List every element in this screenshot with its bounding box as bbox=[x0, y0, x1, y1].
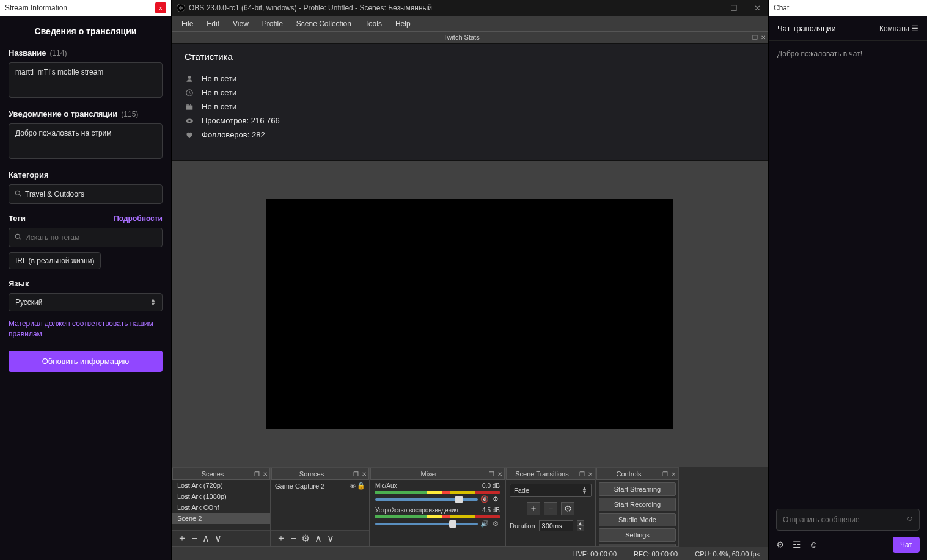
scene-down-button[interactable]: ∨ bbox=[214, 533, 222, 544]
svg-line-1 bbox=[20, 194, 21, 196]
source-item[interactable]: Game Capture 2 👁 🔒 bbox=[271, 480, 369, 492]
stream-info-title: Stream Information bbox=[5, 4, 67, 12]
volume-slider[interactable] bbox=[375, 523, 478, 525]
chat-settings-icon[interactable]: ⚙ bbox=[776, 539, 784, 550]
svg-point-0 bbox=[15, 191, 20, 195]
add-source-button[interactable]: ＋ bbox=[276, 532, 286, 545]
dock-close-button[interactable]: ✕ bbox=[261, 471, 269, 478]
emoji-picker-icon[interactable]: ☺ bbox=[906, 514, 914, 523]
dock-close-button[interactable]: ✕ bbox=[669, 471, 678, 478]
studio-mode-button[interactable]: Studio Mode bbox=[599, 513, 676, 526]
dur-up-button[interactable]: ▲ bbox=[577, 520, 584, 526]
clock-icon bbox=[185, 89, 194, 97]
volume-slider[interactable] bbox=[375, 498, 478, 501]
start-streaming-button[interactable]: Start Streaming bbox=[599, 482, 676, 496]
rules-note[interactable]: Материал должен соответствовать нашим пр… bbox=[9, 319, 163, 340]
status-bar: LIVE: 00:00:00 REC: 00:00:00 CPU: 0.4%, … bbox=[172, 547, 768, 560]
chat-input[interactable] bbox=[776, 509, 920, 531]
remove-transition-button[interactable]: − bbox=[544, 502, 557, 515]
dock-close-button[interactable]: ✕ bbox=[496, 471, 504, 478]
source-up-button[interactable]: ∧ bbox=[315, 533, 322, 544]
twitch-stats-dock-title: Twitch Stats ❐ ✕ bbox=[172, 31, 768, 43]
menu-view[interactable]: View bbox=[227, 18, 255, 29]
maximize-button[interactable]: ☐ bbox=[728, 4, 740, 13]
meter bbox=[375, 515, 500, 518]
dock-close-button[interactable]: ✕ bbox=[586, 471, 595, 478]
start-recording-button[interactable]: Start Recording bbox=[599, 498, 676, 511]
dock-popout-button[interactable]: ❐ bbox=[661, 471, 669, 478]
menu-file[interactable]: File bbox=[175, 18, 199, 29]
category-search[interactable] bbox=[9, 184, 163, 204]
chat-emote-icon[interactable]: ☺ bbox=[809, 539, 818, 550]
dock-close-button[interactable]: ✕ bbox=[759, 34, 768, 41]
svg-point-8 bbox=[188, 120, 191, 122]
stats-heading: Статистика bbox=[185, 51, 755, 62]
menu-profile[interactable]: Profile bbox=[256, 18, 289, 29]
dock-popout-button[interactable]: ❐ bbox=[351, 471, 360, 478]
menu-scene-collection[interactable]: Scene Collection bbox=[290, 18, 357, 29]
chat-users-icon[interactable]: ☲ bbox=[793, 539, 801, 550]
preview-canvas[interactable] bbox=[266, 199, 673, 429]
dock-popout-button[interactable]: ❐ bbox=[252, 471, 261, 478]
rooms-icon: ☰ bbox=[912, 24, 918, 33]
source-props-button[interactable]: ⚙ bbox=[301, 533, 310, 544]
chat-title: Chat bbox=[774, 4, 789, 12]
lock-icon[interactable]: 🔒 bbox=[357, 482, 365, 490]
exit-button[interactable]: Exit bbox=[599, 544, 676, 546]
meter bbox=[375, 491, 500, 494]
remove-scene-button[interactable]: − bbox=[192, 533, 197, 544]
dur-down-button[interactable]: ▼ bbox=[577, 526, 584, 531]
scene-item[interactable]: Lost Ark (720p) bbox=[172, 480, 270, 491]
close-stream-info-button[interactable]: x bbox=[155, 2, 166, 13]
scene-item[interactable]: Scene 2 bbox=[172, 513, 270, 524]
tags-input[interactable] bbox=[23, 231, 157, 244]
stream-info-titlebar: Stream Information x bbox=[0, 0, 171, 16]
menu-tools[interactable]: Tools bbox=[359, 18, 388, 29]
scene-item[interactable]: Lost Ark COnf bbox=[172, 502, 270, 513]
add-transition-button[interactable]: ＋ bbox=[527, 502, 540, 515]
tags-label-row: Теги Подробности bbox=[9, 214, 163, 223]
eye-icon bbox=[185, 117, 194, 125]
gear-icon[interactable]: ⚙ bbox=[491, 520, 500, 528]
rooms-toggle[interactable]: Комнаты ☰ bbox=[879, 24, 918, 33]
remove-source-button[interactable]: − bbox=[291, 533, 296, 544]
heart-icon bbox=[185, 131, 194, 139]
dock-popout-button[interactable]: ❐ bbox=[577, 471, 586, 478]
stream-info-heading: Сведения о трансляции bbox=[9, 26, 163, 36]
lang-select[interactable]: Русский ▲▼ bbox=[9, 293, 163, 311]
update-info-button[interactable]: Обновить информацию bbox=[9, 351, 163, 372]
tags-search[interactable] bbox=[9, 228, 163, 247]
tag-pill[interactable]: IRL (в реальной жизни) bbox=[9, 252, 101, 269]
visibility-icon[interactable]: 👁 bbox=[348, 482, 357, 490]
chat-titlebar: Chat bbox=[769, 0, 927, 16]
dock-popout-button[interactable]: ❐ bbox=[750, 34, 759, 41]
menu-bar: File Edit View Profile Scene Collection … bbox=[172, 16, 768, 31]
menu-help[interactable]: Help bbox=[389, 18, 417, 29]
close-button[interactable]: ✕ bbox=[751, 4, 763, 13]
settings-button[interactable]: Settings bbox=[599, 528, 676, 542]
category-input[interactable] bbox=[23, 187, 157, 201]
chat-send-button[interactable]: Чат bbox=[893, 537, 920, 553]
gear-icon[interactable]: ⚙ bbox=[491, 495, 500, 503]
source-down-button[interactable]: ∨ bbox=[327, 533, 334, 544]
transition-select[interactable]: Fade ▲▼ bbox=[510, 484, 592, 497]
search-icon bbox=[14, 233, 23, 243]
mixer-channel-playback: Устройство воспроизведения-4.5 dB 🔊 ⚙ bbox=[370, 504, 505, 529]
svg-line-3 bbox=[20, 238, 21, 239]
minimize-button[interactable]: — bbox=[705, 4, 717, 13]
scene-up-button[interactable]: ∧ bbox=[202, 533, 210, 544]
duration-input[interactable] bbox=[539, 520, 573, 531]
add-scene-button[interactable]: ＋ bbox=[177, 532, 187, 545]
mute-icon[interactable]: 🔇 bbox=[480, 495, 489, 503]
stream-name-input[interactable] bbox=[9, 62, 163, 98]
menu-edit[interactable]: Edit bbox=[200, 18, 225, 29]
status-live: LIVE: 00:00:00 bbox=[572, 550, 617, 558]
transition-props-button[interactable]: ⚙ bbox=[561, 502, 574, 515]
status-cpu: CPU: 0.4%, 60.00 fps bbox=[695, 550, 760, 558]
tags-details-link[interactable]: Подробности bbox=[114, 214, 163, 223]
speaker-icon[interactable]: 🔊 bbox=[480, 520, 489, 528]
notify-input[interactable] bbox=[9, 123, 163, 159]
dock-popout-button[interactable]: ❐ bbox=[487, 471, 496, 478]
dock-close-button[interactable]: ✕ bbox=[360, 471, 368, 478]
scene-item[interactable]: Lost Ark (1080p) bbox=[172, 491, 270, 502]
